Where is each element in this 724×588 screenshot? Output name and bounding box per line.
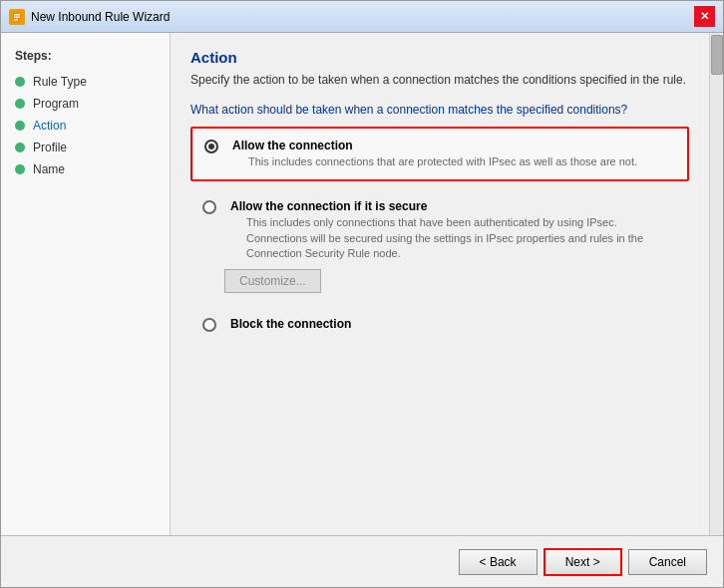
sidebar-item-ruletype[interactable]: Rule Type xyxy=(1,71,170,93)
svg-rect-2 xyxy=(14,16,20,18)
sidebar: Steps: Rule Type Program Action Profile … xyxy=(1,33,171,535)
sidebar-heading: Steps: xyxy=(1,45,170,71)
cancel-button[interactable]: Cancel xyxy=(628,549,707,575)
sidebar-item-name[interactable]: Name xyxy=(1,158,170,180)
allow-secure-desc: This includes only connections that have… xyxy=(246,215,677,261)
sidebar-item-program[interactable]: Program xyxy=(1,93,170,115)
scroll-thumb[interactable] xyxy=(711,35,723,75)
sidebar-item-label: Profile xyxy=(33,141,67,154)
allow-label: Allow the connection xyxy=(232,139,637,152)
option-row-allow: Allow the connection This includes conne… xyxy=(204,139,675,169)
sidebar-item-action[interactable]: Action xyxy=(1,115,170,137)
svg-rect-1 xyxy=(14,14,20,16)
main-content: Action Specify the action to be taken wh… xyxy=(171,33,709,535)
dot-profile xyxy=(15,143,25,152)
option-row-allow-secure: Allow the connection if it is secure Thi… xyxy=(202,199,677,293)
allow-secure-option: Allow the connection if it is secure Thi… xyxy=(190,191,689,301)
svg-rect-3 xyxy=(14,19,18,21)
page-title: Action xyxy=(190,49,689,66)
allow-secure-label: Allow the connection if it is secure xyxy=(230,199,677,213)
option-row-block: Block the connection xyxy=(202,317,677,332)
dot-ruletype xyxy=(15,77,25,87)
block-text-block: Block the connection xyxy=(224,317,351,331)
page-subtitle: Specify the action to be taken when a co… xyxy=(190,72,689,89)
sidebar-item-label: Action xyxy=(33,119,66,133)
question-text: What action should be taken when a conne… xyxy=(190,103,689,117)
radio-inner-allow xyxy=(208,144,214,149)
window-title: New Inbound Rule Wizard xyxy=(31,10,694,24)
next-button[interactable]: Next > xyxy=(543,548,622,576)
dot-program xyxy=(15,99,25,109)
block-connection-option: Block the connection xyxy=(190,309,689,340)
footer-buttons: < Back Next > Cancel xyxy=(1,535,723,587)
allow-text-block: Allow the connection This includes conne… xyxy=(226,139,637,169)
customize-button[interactable]: Customize... xyxy=(224,269,321,293)
back-button[interactable]: < Back xyxy=(459,549,538,575)
allow-secure-text-block: Allow the connection if it is secure Thi… xyxy=(224,199,677,293)
radio-allow[interactable] xyxy=(204,140,218,153)
block-label: Block the connection xyxy=(230,317,351,331)
titlebar: New Inbound Rule Wizard ✕ xyxy=(1,1,723,33)
dot-action xyxy=(15,121,25,131)
wizard-window: New Inbound Rule Wizard ✕ Steps: Rule Ty… xyxy=(0,0,724,588)
window-icon xyxy=(9,9,25,25)
radio-allow-secure[interactable] xyxy=(202,200,216,214)
allow-connection-option[interactable]: Allow the connection This includes conne… xyxy=(190,127,689,181)
sidebar-item-label: Rule Type xyxy=(33,75,87,89)
dot-name xyxy=(15,164,25,174)
sidebar-item-label: Name xyxy=(33,162,65,176)
allow-desc: This includes connections that are prote… xyxy=(248,154,637,169)
sidebar-item-label: Program xyxy=(33,97,79,111)
radio-block[interactable] xyxy=(202,318,216,332)
content-area: Steps: Rule Type Program Action Profile … xyxy=(1,33,723,535)
sidebar-item-profile[interactable]: Profile xyxy=(1,137,170,158)
close-button[interactable]: ✕ xyxy=(694,6,715,27)
scrollbar[interactable] xyxy=(709,33,723,535)
